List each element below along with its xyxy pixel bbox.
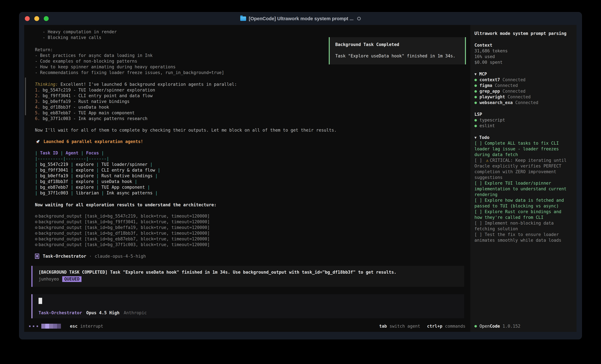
message-text: [BACKGROUND TASK COMPLETED] Task "Explor… xyxy=(39,269,459,275)
table-row: | bg_b0effa19 | explore | Rust native bi… xyxy=(28,173,465,179)
thinking-item: 6. bg_37f1c003 - Ink async patterns rese… xyxy=(28,116,465,122)
chevron-down-icon: ▼ xyxy=(474,135,477,140)
app-version-footer: OpenCode 1.0.152 xyxy=(474,320,568,332)
context-tokens: 31,686 tokens xyxy=(474,48,568,54)
mcp-section-toggle[interactable]: ▼MCP xyxy=(474,71,568,77)
prompt-input[interactable]: Task-Orchestrator Opus 4.5 High Anthropi… xyxy=(31,294,464,318)
app-window: [OpenCode] Ultrawork mode system prompt … xyxy=(19,12,582,339)
launch-text: Launched 6 parallel exploration agents! xyxy=(43,139,143,144)
thinking-label: Thinking: xyxy=(35,82,58,87)
context-spent: $0.00 spent xyxy=(474,59,568,65)
context-heading: Context xyxy=(474,42,568,48)
lsp-item: typescript xyxy=(474,117,568,123)
tab-key-hint[interactable]: tab xyxy=(379,324,387,329)
terminal-output: - Heavy computation in render - Blocking… xyxy=(24,25,470,320)
app-name: Open xyxy=(480,324,490,329)
status-dot-icon xyxy=(474,90,477,93)
lsp-heading: LSP xyxy=(474,112,568,117)
tool-call-line: ⚙background_output [task_id=bg_df18bb3f,… xyxy=(28,230,465,236)
todo-item: [ ] Explore TUI loader/spinner implement… xyxy=(474,180,568,198)
thinking-item: 3. bg_b0effa19 - Rust native bindings xyxy=(28,99,465,104)
thinking-line: Thinking: Excellent! I've launched 6 bac… xyxy=(28,82,465,87)
tool-call-line: ⚙background_output [task_id=bg_f9ff3041,… xyxy=(28,219,465,225)
launch-banner: Launched 6 parallel exploration agents! xyxy=(28,139,465,144)
status-dot-icon xyxy=(474,119,477,122)
checkbox-icon: [ ] xyxy=(474,221,485,226)
titlebar: [OpenCode] Ultrawork mode system prompt … xyxy=(19,12,582,25)
chat-pane: - Heavy computation in render - Blocking… xyxy=(24,25,470,332)
wait-text: Now I'll wait for all of them to complet… xyxy=(28,127,465,133)
gear-icon: ⚙ xyxy=(35,219,38,224)
gear-icon: ⚙ xyxy=(35,225,38,230)
gear-icon: ⚙ xyxy=(35,237,38,241)
gear-icon: ⚙ xyxy=(35,231,38,236)
table-separator: |----------|--------|-------| xyxy=(28,156,465,162)
folder-icon xyxy=(240,17,246,21)
mcp-item: websearch_exa Connected xyxy=(474,100,568,105)
table-header: | Task ID | Agent | Focus | xyxy=(28,150,465,156)
zoom-button[interactable] xyxy=(44,16,49,21)
status-dot-icon xyxy=(474,79,477,81)
tab-key-label: switch agent xyxy=(390,324,420,329)
ctrlp-key-hint[interactable]: ctrl+p xyxy=(427,324,442,329)
tool-call-line: ⚙background_output [task_id=bg_5547c219,… xyxy=(28,213,465,219)
output-line: - Recommendations for fixing loader free… xyxy=(28,70,465,76)
todo-item: [ ] Explore Rust core bindings and how t… xyxy=(474,209,568,220)
background-task-message: [BACKGROUND TASK COMPLETED] Task "Explor… xyxy=(31,266,464,287)
tool-call-line: ⚙background_output [task_id=bg_eb87ebb7,… xyxy=(28,236,465,242)
warning-icon: ⚠ xyxy=(486,158,489,163)
output-line: - How to keep spinner animating during h… xyxy=(28,64,465,70)
checkbox-icon: [ ] xyxy=(474,232,485,237)
todo-item: [ ] Explore how data is fetched and pass… xyxy=(474,198,568,209)
mcp-item: figma Connected xyxy=(474,83,568,88)
gear-icon: ⚙ xyxy=(35,242,38,247)
esc-key-label: interrupt xyxy=(80,324,103,329)
esc-key-hint[interactable]: esc xyxy=(70,324,78,329)
agent-model: claude-opus-4-5-high xyxy=(95,254,146,259)
sidebar: Ultrawork mode system prompt parsing Con… xyxy=(470,25,577,332)
chevron-down-icon: ▼ xyxy=(474,71,477,77)
checkbox-icon: [ ] xyxy=(474,141,485,146)
status-dot-icon xyxy=(474,325,477,327)
minimize-button[interactable] xyxy=(34,16,39,21)
todo-section-toggle[interactable]: ▼Todo xyxy=(474,135,568,140)
toast-title: Background Task Completed xyxy=(335,42,459,48)
todo-item: [ ] ⚠CRITICAL: Keep iterating until Orac… xyxy=(474,158,568,180)
lsp-item: eslint xyxy=(474,123,568,129)
thinking-item: 4. bg_df18bb3f - useData hook xyxy=(28,104,465,110)
text-cursor xyxy=(39,298,42,304)
thinking-item: 2. bg_f9ff3041 - CLI entry point and dat… xyxy=(28,93,465,99)
status-dot-icon xyxy=(474,96,477,98)
status-badge: QUEUED xyxy=(62,276,81,282)
mcp-item: playwright Connected xyxy=(474,94,568,100)
scrollbar-thumb[interactable] xyxy=(25,77,26,115)
session-title: Ultrawork mode system prompt parsing xyxy=(474,31,568,36)
agent-name: Task-Orchestrator xyxy=(43,254,86,259)
window-title: [OpenCode] Ultrawork mode system prompt … xyxy=(249,16,353,21)
checkbox-icon: [ ] xyxy=(474,209,485,214)
table-row: | bg_5547c219 | explore | TUI loader/spi… xyxy=(28,162,465,167)
input-model[interactable]: Opus 4.5 High xyxy=(86,310,120,316)
input-provider: Anthropic xyxy=(124,310,147,316)
progress-ring-icon xyxy=(357,17,361,20)
close-button[interactable] xyxy=(25,16,30,21)
tool-call-line: ⚙background_output [task_id=bg_37f1c003,… xyxy=(28,242,465,248)
output-line: - Heavy computation in render xyxy=(28,29,465,35)
message-user: junhoyeo xyxy=(39,276,59,282)
todo-item: [ ] Test the fix to ensure loader animat… xyxy=(474,232,568,243)
agent-square-icon xyxy=(35,254,39,259)
checkbox-icon: [ ] xyxy=(474,158,485,163)
status-dot-icon xyxy=(474,125,477,127)
table-row: | bg_f9ff3041 | explore | CLI entry & da… xyxy=(28,167,465,173)
status-dot-icon xyxy=(474,85,477,87)
gear-icon: ⚙ xyxy=(35,214,38,219)
rocket-icon xyxy=(35,139,41,144)
thinking-item: 1. bg_5547c219 - TUI loader/spinner expl… xyxy=(28,87,465,93)
input-agent[interactable]: Task-Orchestrator xyxy=(39,310,82,316)
background-task-toast: Background Task Completed Task "Explore … xyxy=(329,37,466,64)
todo-item: [ ] Complete ALL tasks to fix CLI loader… xyxy=(474,140,568,158)
checkbox-icon: [ ] xyxy=(474,181,485,186)
table-row: | bg_37f1c003 | librarian | Ink async pa… xyxy=(28,190,465,196)
todo-item: [ ] Implement non-blocking data fetching… xyxy=(474,220,568,232)
ctrlp-key-label: commands xyxy=(445,324,465,329)
